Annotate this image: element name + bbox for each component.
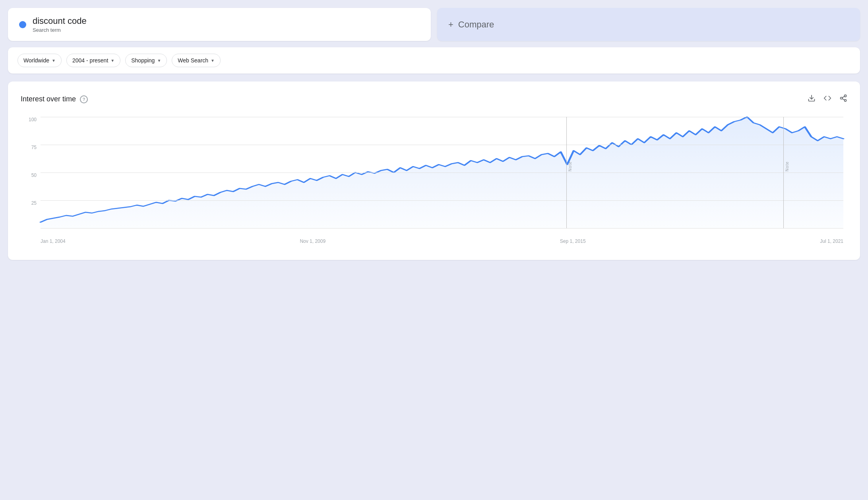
x-label-2021: Jul 1, 2021 — [820, 238, 843, 244]
chart-plot-area: Note Note — [41, 117, 843, 228]
grid-lines — [41, 117, 843, 228]
y-label-25: 25 — [21, 200, 37, 206]
region-chevron-icon: ▼ — [52, 58, 56, 63]
search-type-chevron-icon: ▼ — [211, 58, 215, 63]
embed-icon[interactable] — [823, 94, 831, 104]
category-label: Shopping — [131, 57, 155, 64]
note-label-2: Note — [785, 161, 789, 171]
search-term-card: discount code Search term — [8, 8, 431, 41]
chart-title-row: Interest over time ? — [21, 95, 88, 103]
category-chevron-icon: ▼ — [157, 58, 161, 63]
grid-line-75 — [41, 145, 843, 145]
y-label-50: 50 — [21, 172, 37, 178]
grid-line-25 — [41, 200, 843, 201]
chart-actions — [808, 94, 847, 104]
chart-title: Interest over time — [21, 95, 76, 103]
x-label-2004: Jan 1, 2004 — [41, 238, 66, 244]
search-type-label: Web Search — [178, 57, 208, 64]
filters-card: Worldwide ▼ 2004 - present ▼ Shopping ▼ … — [8, 47, 860, 74]
grid-line-100 — [41, 117, 843, 117]
chart-card: Interest over time ? — [8, 81, 860, 260]
region-filter[interactable]: Worldwide ▼ — [17, 54, 62, 67]
grid-line-0 — [41, 228, 843, 229]
top-bar: discount code Search term + Compare — [8, 8, 860, 41]
region-label: Worldwide — [23, 57, 49, 64]
y-axis-labels: 100 75 50 25 — [21, 117, 37, 228]
x-label-2009: Nov 1, 2009 — [300, 238, 326, 244]
search-term-dot — [19, 21, 26, 28]
note-line-2: Note — [783, 117, 784, 228]
search-term-subtitle: Search term — [33, 27, 87, 33]
search-term-text: discount code Search term — [33, 16, 87, 33]
y-label-75: 75 — [21, 145, 37, 150]
note-line-1: Note — [566, 117, 567, 228]
compare-plus-icon: + — [448, 19, 453, 30]
svg-line-4 — [842, 99, 845, 100]
note-label-1: Note — [568, 161, 572, 171]
download-icon[interactable] — [808, 94, 816, 104]
time-range-chevron-icon: ▼ — [110, 58, 114, 63]
compare-card[interactable]: + Compare — [437, 8, 860, 41]
category-filter[interactable]: Shopping ▼ — [125, 54, 167, 67]
time-range-label: 2004 - present — [72, 57, 108, 64]
search-term-title: discount code — [33, 16, 87, 26]
chart-area: 100 75 50 25 Note Note — [21, 117, 847, 244]
x-axis-labels: Jan 1, 2004 Nov 1, 2009 Sep 1, 2015 Jul … — [41, 232, 843, 244]
grid-line-50 — [41, 172, 843, 173]
time-range-filter[interactable]: 2004 - present ▼ — [66, 54, 120, 67]
chart-header: Interest over time ? — [21, 94, 847, 104]
y-label-100: 100 — [21, 117, 37, 122]
share-icon[interactable] — [839, 94, 847, 104]
svg-line-5 — [842, 96, 845, 97]
compare-label: Compare — [458, 19, 494, 30]
x-label-2015: Sep 1, 2015 — [560, 238, 586, 244]
search-type-filter[interactable]: Web Search ▼ — [172, 54, 221, 67]
help-icon[interactable]: ? — [80, 95, 88, 103]
